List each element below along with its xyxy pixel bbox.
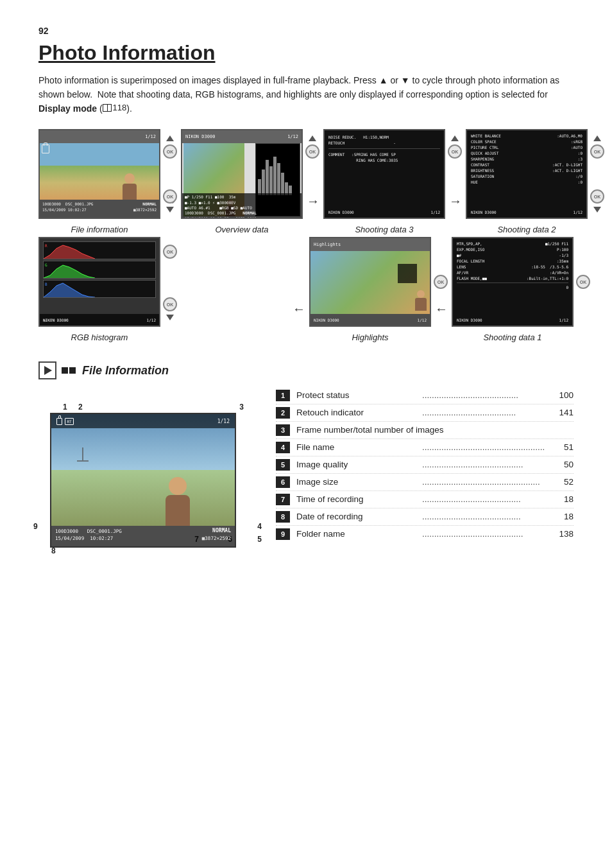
info-num-6: 6 xyxy=(276,476,290,488)
svg-rect-4 xyxy=(273,157,276,195)
info-desc-6: Image size xyxy=(296,477,420,487)
label-2: 2 xyxy=(78,403,83,412)
file-diagram: 1 2 3 4 5 6 7 8 9 xyxy=(38,390,257,557)
info-num-3: 3 xyxy=(276,424,290,436)
info-desc-4: File name xyxy=(296,442,420,452)
screen-shooting2: OK OK WHITE BALANCE:AUTO,A6,M0 COLOR SPA… xyxy=(466,129,588,234)
info-num-8: 8 xyxy=(276,511,290,523)
screen-overview-data: OK NIKON D30001/12 xyxy=(181,129,303,234)
screen-label-overview: Overview data xyxy=(215,225,268,234)
file-information-section: File Information 1 2 3 4 5 6 7 8 9 xyxy=(38,361,574,557)
playback-icon xyxy=(38,361,56,379)
info-num-1: 1 xyxy=(276,390,290,401)
screen-file-information: OK OK 1/12 xyxy=(38,129,160,234)
info-page-1: 100 xyxy=(548,390,574,400)
info-row-8: 8 Date of recording ....................… xyxy=(276,511,574,526)
label-3: 3 xyxy=(239,403,244,412)
svg-rect-1 xyxy=(262,169,265,195)
info-num-9: 9 xyxy=(276,528,290,540)
info-row-2: 2 Retouch indicator ....................… xyxy=(276,407,574,422)
info-page-7: 18 xyxy=(548,494,574,504)
svg-rect-6 xyxy=(281,173,284,195)
label-5: 5 xyxy=(257,535,262,544)
screen-label-shooting1: Shooting data 1 xyxy=(483,333,541,342)
info-desc-7: Time of recording xyxy=(296,494,420,504)
screen-label-file: File information xyxy=(71,225,128,234)
info-desc-5: Image quality xyxy=(296,460,420,469)
info-page-2: 141 xyxy=(548,408,574,417)
svg-rect-5 xyxy=(277,163,280,195)
info-row-7: 7 Time of recording ....................… xyxy=(276,494,574,508)
screen-shooting3: OK NOISE REDUC. H1:150,NORM RETOUCH - CO… xyxy=(323,129,445,234)
svg-rect-2 xyxy=(266,160,269,195)
screen-label-shooting2: Shooting data 2 xyxy=(497,225,556,234)
info-num-5: 5 xyxy=(276,459,290,471)
info-row-6: 6 Image size ...........................… xyxy=(276,476,574,491)
info-desc-8: Date of recording xyxy=(296,512,420,521)
display-mode-text: Display mode xyxy=(38,103,97,114)
file-info-section-title: File Information xyxy=(82,364,169,378)
page-number: 92 xyxy=(38,26,574,36)
info-row-5: 5 Image quality ........................… xyxy=(276,459,574,474)
file-info-layout: 1 2 3 4 5 6 7 8 9 xyxy=(38,390,574,557)
info-page-6: 52 xyxy=(548,477,574,487)
info-desc-3: Frame number/total number of images xyxy=(296,425,574,435)
info-num-4: 4 xyxy=(276,442,290,453)
screen-rgb-histogram: OK OK R xyxy=(38,237,160,342)
info-row-1: 1 Protect status .......................… xyxy=(276,390,574,404)
label-4: 4 xyxy=(257,522,262,531)
info-num-7: 7 xyxy=(276,494,290,505)
intro-paragraph: Photo information is superimposed on ima… xyxy=(38,74,574,116)
screen-shooting1: OK MTR,SPD,AP,■1/250 F11 EXP.MODE,ISOP:1… xyxy=(452,237,574,342)
file-info-table: 1 Protect status .......................… xyxy=(276,390,574,557)
info-desc-2: Retouch indicator xyxy=(296,408,420,417)
info-row-3: 3 Frame number/total number of images xyxy=(276,424,574,439)
screen-label-rgb: RGB histogram xyxy=(71,333,128,342)
page-title: Photo Information xyxy=(38,41,574,65)
info-desc-9: Folder name xyxy=(296,529,420,539)
info-row-4: 4 File name ............................… xyxy=(276,442,574,456)
screens-section: OK OK 1/12 xyxy=(38,129,574,342)
info-page-5: 50 xyxy=(548,460,574,469)
screen-label-shooting3: Shooting data 3 xyxy=(355,225,413,234)
label-9: 9 xyxy=(33,522,38,531)
label-1: 1 xyxy=(63,403,67,412)
screen-highlights: OK Highlights NIKON D xyxy=(309,237,431,342)
svg-rect-3 xyxy=(269,166,273,195)
info-page-8: 18 xyxy=(548,512,574,521)
info-page-9: 138 xyxy=(548,529,574,539)
info-row-9: 9 Folder name ..........................… xyxy=(276,528,574,542)
label-8: 8 xyxy=(51,546,56,555)
screen-label-highlights: Highlights xyxy=(352,333,388,342)
info-page-4: 51 xyxy=(548,442,574,452)
info-desc-1: Protect status xyxy=(296,390,420,400)
info-num-2: 2 xyxy=(276,407,290,419)
